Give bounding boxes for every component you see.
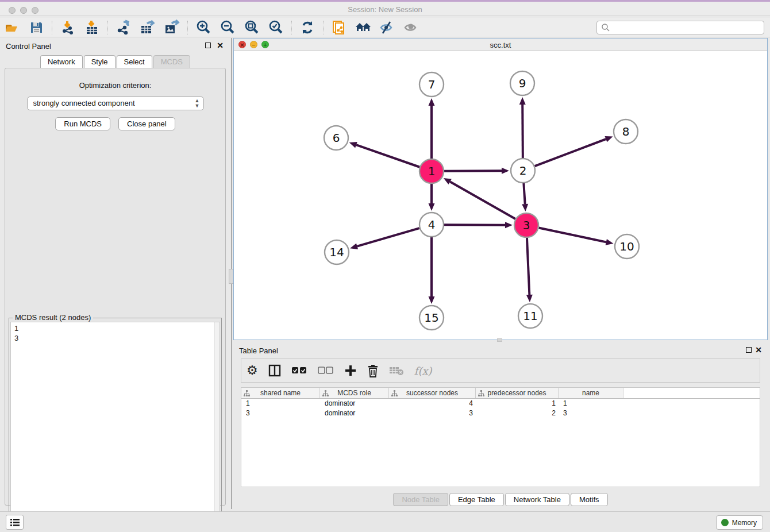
edge-4-3[interactable] — [444, 225, 505, 225]
edge-2-8[interactable] — [535, 139, 606, 166]
memory-label: Memory — [732, 519, 757, 527]
cell[interactable]: 3 — [241, 408, 320, 418]
delete-column-icon[interactable] — [367, 364, 379, 377]
search-input[interactable] — [610, 22, 764, 33]
unselect-all-columns-icon[interactable] — [318, 367, 334, 375]
network-from-selection-icon[interactable] — [330, 20, 348, 36]
network-canvas[interactable]: 7968124314101511 — [234, 52, 767, 340]
export-image-icon[interactable] — [163, 20, 180, 36]
create-column-icon[interactable] — [344, 364, 357, 377]
open-session-icon[interactable] — [3, 20, 21, 36]
status-bar: Memory — [0, 511, 770, 532]
hide-graphics-details-icon[interactable] — [379, 20, 396, 36]
node-label-7: 7 — [428, 78, 436, 91]
task-history-button[interactable] — [6, 515, 24, 530]
memory-button[interactable]: Memory — [716, 515, 763, 530]
node-label-14: 14 — [329, 245, 344, 259]
cell[interactable]: 3 — [559, 408, 623, 418]
node-label-8: 8 — [622, 125, 630, 138]
window-titlebar: Session: New Session — [0, 0, 770, 16]
show-columns-icon[interactable] — [268, 364, 281, 377]
tab-network[interactable]: Network — [40, 55, 83, 68]
close-panel-icon[interactable]: ✕ — [217, 41, 224, 50]
export-network-icon[interactable] — [115, 20, 132, 36]
network-window-titlebar[interactable]: ✕ − + scc.txt — [234, 38, 767, 51]
edge-2-3[interactable] — [523, 183, 525, 204]
optimization-criterion-value: strongly connected component — [33, 99, 135, 107]
search-field[interactable] — [596, 21, 764, 34]
toolbar-separator — [107, 21, 108, 34]
network-view-window: ✕ − + scc.txt 7968124314101511 — [233, 38, 768, 340]
table-row[interactable]: 1dominator411 — [241, 399, 760, 408]
network-graph[interactable]: 7968124314101511 — [234, 52, 767, 340]
float-panel-icon[interactable] — [205, 43, 211, 48]
node-label-9: 9 — [519, 76, 526, 90]
edge-3-10[interactable] — [539, 228, 606, 242]
cell[interactable]: 2 — [476, 408, 559, 418]
close-panel-button[interactable]: Close panel — [118, 117, 175, 130]
save-session-icon[interactable] — [28, 20, 45, 36]
tab-style[interactable]: Style — [84, 55, 116, 68]
table-row[interactable]: 3dominator323 — [241, 408, 760, 418]
zoom-in-icon[interactable] — [195, 20, 212, 36]
apply-layout-icon[interactable] — [299, 20, 316, 36]
column-header-shared-name[interactable]: shared name — [241, 388, 320, 398]
optimization-criterion-select[interactable]: strongly connected component ▲▼ — [27, 97, 204, 110]
edge-1-6[interactable] — [356, 145, 419, 167]
edge-2-9[interactable] — [522, 105, 523, 158]
edge-arrowhead — [502, 168, 509, 174]
import-network-icon[interactable] — [59, 20, 76, 36]
edge-arrowhead — [429, 203, 435, 211]
column-header-MCDS-role[interactable]: MCDS role — [320, 388, 389, 398]
mcds-result-text[interactable]: 1 3 — [10, 322, 220, 530]
edge-3-11[interactable] — [527, 238, 529, 295]
cell[interactable]: dominator — [320, 399, 389, 408]
zoom-fit-icon[interactable] — [243, 20, 260, 36]
node-table[interactable]: shared nameMCDS rolesuccessor nodesprede… — [241, 387, 760, 487]
cell[interactable]: 1 — [241, 399, 320, 408]
edge-arrowhead — [349, 142, 357, 148]
column-header-successor-nodes[interactable]: successor nodes — [389, 388, 476, 398]
tab-mcds[interactable]: MCDS — [153, 55, 190, 68]
edge-arrowhead — [429, 98, 435, 106]
mcds-result-group: MCDS result (2 nodes) 1 3 — [9, 318, 222, 531]
edge-4-14[interactable] — [357, 228, 419, 246]
tab-select[interactable]: Select — [117, 55, 152, 68]
cell[interactable]: 3 — [389, 408, 476, 418]
edge-arrowhead — [606, 239, 614, 245]
scrollbar[interactable] — [214, 322, 220, 529]
column-header-predecessor-nodes[interactable]: predecessor nodes — [476, 388, 559, 398]
tab-network-table[interactable]: Network Table — [505, 493, 569, 506]
import-table-icon[interactable] — [83, 20, 101, 36]
show-graphics-details-icon[interactable] — [403, 20, 420, 36]
edge-3-1[interactable] — [450, 182, 515, 219]
zoom-out-icon[interactable] — [219, 20, 236, 36]
toolbar-separator — [52, 21, 52, 34]
node-label-10: 10 — [619, 240, 634, 253]
node-label-11: 11 — [523, 309, 537, 323]
table-header-row: shared nameMCDS rolesuccessor nodesprede… — [241, 388, 760, 399]
delete-table-icon[interactable] — [389, 365, 404, 376]
node-label-15: 15 — [424, 311, 438, 325]
close-panel-icon[interactable]: ✕ — [755, 345, 762, 354]
column-header-name[interactable]: name — [559, 388, 623, 398]
tab-node-table[interactable]: Node Table — [393, 493, 448, 506]
table-settings-icon[interactable]: ⚙ — [247, 363, 258, 378]
zoom-selected-icon[interactable] — [267, 20, 284, 36]
toolbar-separator — [291, 21, 292, 34]
tab-edge-table[interactable]: Edge Table — [449, 493, 504, 506]
float-panel-icon[interactable] — [746, 347, 752, 353]
function-builder-icon[interactable]: f(x) — [414, 365, 432, 377]
tab-motifs[interactable]: Motifs — [571, 493, 608, 506]
table-panel: Table Panel ✕ ⚙ f(x) shared nameMCDS rol… — [233, 342, 768, 509]
home-icon[interactable] — [355, 20, 372, 36]
edge-1-2[interactable] — [444, 171, 502, 171]
cell[interactable]: 4 — [389, 399, 476, 408]
run-mcds-button[interactable]: Run MCDS — [55, 117, 110, 130]
window-resize-handle[interactable] — [497, 338, 502, 342]
export-table-icon[interactable] — [139, 20, 156, 36]
select-all-columns-icon[interactable] — [291, 367, 307, 375]
cell[interactable]: 1 — [559, 399, 623, 408]
cell[interactable]: 1 — [476, 399, 559, 408]
cell[interactable]: dominator — [320, 408, 389, 418]
